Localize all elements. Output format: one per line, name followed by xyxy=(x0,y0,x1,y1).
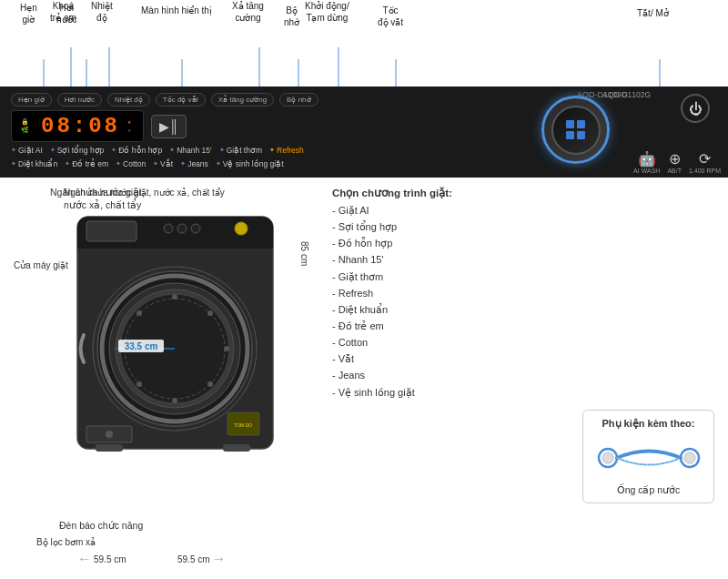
power-button[interactable]: ⏻ xyxy=(681,94,710,123)
prog-item-8: - Cotton xyxy=(332,334,714,350)
label-toc-do-vat: Tốcđộ vắt xyxy=(378,5,403,28)
btn-hoi-nuoc[interactable]: Hơi nước xyxy=(57,93,102,107)
display-icon-leaf: 🌿 xyxy=(21,127,32,134)
dial-dot-4 xyxy=(577,131,585,139)
panel-right xyxy=(541,96,610,164)
prog-diet-khuan[interactable]: ✦Diệt khuẩn xyxy=(11,159,57,168)
svg-point-17 xyxy=(235,222,248,235)
program-list: - Giặt AI - Sợi tổng hợp - Đồ hỗn hợp - … xyxy=(332,202,714,401)
accessory-title: Phụ kiện kèm theo: xyxy=(592,418,704,430)
ai-wash-icon: 🤖 xyxy=(638,150,656,168)
prog-giat-ai[interactable]: ✦Giặt AI xyxy=(11,146,43,155)
label-man-hinh: Màn hình hiển thị xyxy=(141,5,212,16)
svg-point-29 xyxy=(136,310,142,316)
dial-inner xyxy=(551,106,601,155)
btn-bo-nho[interactable]: Bộ nhớ xyxy=(279,93,318,107)
prog-soi-tong-hop[interactable]: ✦Sợi tổng hợp xyxy=(50,146,105,155)
dim-width2: 59.5 cm → xyxy=(177,551,227,567)
label-xa-tang-cuong: Xả tăngcường xyxy=(232,0,264,24)
rpm-label: 1.400 RPM xyxy=(689,168,721,174)
ai-wash-icon-group: 🤖 AI WASH xyxy=(633,150,660,174)
svg-text:33.5 cm: 33.5 cm xyxy=(125,341,158,351)
hose-svg xyxy=(594,435,703,481)
dim-width1: ← 59.5 cm xyxy=(77,551,126,567)
label-hen-gio: Hẹngiờ xyxy=(20,2,37,25)
svg-point-25 xyxy=(172,294,177,300)
svg-point-16 xyxy=(191,224,200,233)
svg-point-30 xyxy=(207,310,213,316)
display-screen: 🔒 🌿 08:08 ★ ★ xyxy=(11,110,144,142)
dim-height: 85 cm xyxy=(299,241,309,266)
prog-cotton[interactable]: ✦Cotton xyxy=(116,159,146,168)
label-tat-mo: Tắt/ Mở xyxy=(637,7,669,19)
machine-diagram: Ngăn chứa nước giặt, nước xả, chất tẩy C… xyxy=(14,187,314,574)
btn-nhiet-do[interactable]: Nhiệt độ xyxy=(107,93,150,107)
prog-item-11: - Vệ sinh lồng giặt xyxy=(332,384,714,401)
prog-item-10: - Jeans xyxy=(332,367,714,383)
ai-wash-label: AI WASH xyxy=(633,168,660,174)
dial-dot-3 xyxy=(566,131,574,139)
svg-point-26 xyxy=(172,398,177,403)
prog-nhanh-15[interactable]: ✦Nhanh 15' xyxy=(169,146,212,155)
dial-grid xyxy=(566,120,585,139)
display-star-1: ★ xyxy=(127,118,134,126)
label-den-bao-chuc-nang: Đèn báo chức năng xyxy=(59,520,143,531)
prog-refresh[interactable]: ✦Refresh xyxy=(269,146,304,155)
label-khoa-tre-em: Khoátrẻ em xyxy=(50,0,76,24)
program-dial[interactable] xyxy=(541,96,610,164)
dial-dot-1 xyxy=(566,120,574,128)
prog-ve-sinh[interactable]: ✦Vệ sinh lồng giặt xyxy=(216,159,284,168)
label-bo-nho: Bộnhớ xyxy=(284,5,299,28)
prog-item-6: - Diệt khuẩn xyxy=(332,301,714,318)
svg-point-45 xyxy=(684,452,695,463)
btn-hen-gio[interactable]: Hẹn giờ xyxy=(11,93,52,107)
label-den-bao: Ngăn chứa nước giặt, xyxy=(50,187,145,198)
drum-icon: ⟳ xyxy=(699,150,711,168)
prog-item-5: - Refresh xyxy=(332,285,714,301)
prog-jeans[interactable]: ✦Jeans xyxy=(180,159,208,168)
prog-do-hon-hop[interactable]: ✦Đồ hỗn hợp xyxy=(111,146,162,155)
svg-point-43 xyxy=(602,452,613,463)
label-nhiet-do: Nhiệtđộ xyxy=(91,0,113,24)
btn-xa-tang-cuong[interactable]: Xả tăng cường xyxy=(211,93,274,107)
info-panel: Chọn chương trình giặt: - Giặt AI - Sợi … xyxy=(318,187,714,574)
abt-label: AB/T xyxy=(667,168,682,174)
prog-item-9: - Vắt xyxy=(332,350,714,367)
power-and-icons: ⏻ xyxy=(681,94,710,123)
prog-item-4: - Giặt thơm xyxy=(332,269,714,285)
btn-toc-do-vat[interactable]: Tốc độ vắt xyxy=(156,93,206,107)
svg-point-15 xyxy=(177,224,187,233)
dial-dot-2 xyxy=(577,120,585,128)
prog-item-3: - Nhanh 15' xyxy=(332,251,714,268)
bottom-right-icons: 🤖 AI WASH ⊕ AB/T ⟳ 1.400 RPM xyxy=(633,150,721,174)
plus-icon: ⊕ xyxy=(669,150,681,168)
prog-giat-thom[interactable]: ✦Giặt thơm xyxy=(219,146,262,155)
prog-do-tre-em[interactable]: ✦Đồ trẻ em xyxy=(65,159,108,168)
prog-item-2: - Đồ hỗn hợp xyxy=(332,235,714,251)
abt-icon-group: ⊕ AB/T xyxy=(667,150,682,174)
svg-rect-33 xyxy=(96,444,123,452)
prog-item-0: - Giặt AI xyxy=(332,202,714,218)
label-bo-loc: Bộ lọc bơm xả xyxy=(36,537,96,547)
prog-item-1: - Sợi tổng hợp xyxy=(332,218,714,235)
control-panel: AQD-D1102G Hẹn giờ Hơi nước Nhiệt độ Tốc… xyxy=(0,86,728,178)
svg-rect-13 xyxy=(86,221,136,241)
svg-point-36 xyxy=(106,431,113,438)
prog-item-7: - Đồ trẻ em xyxy=(332,318,714,334)
label-khoi-dong: Khởi động/Tạm dừng xyxy=(305,0,349,24)
svg-point-14 xyxy=(164,224,173,233)
display-star-2: ★ xyxy=(127,127,134,134)
display-icon-lock: 🔒 xyxy=(21,118,32,126)
accessory-box: Phụ kiện kèm theo: Ống cấp nước xyxy=(582,410,714,503)
annotations-row: Hẹngiờ Hơinước Khoátrẻ em Nhiệtđộ Màn hì… xyxy=(0,0,728,86)
page-wrapper: Hẹngiờ Hơinước Khoátrẻ em Nhiệtđộ Màn hì… xyxy=(0,0,728,579)
svg-point-31 xyxy=(136,381,142,387)
play-pause-button[interactable]: ▶║ xyxy=(151,115,187,138)
accessory-label: Ống cấp nước xyxy=(592,484,704,495)
bottom-content: Ngăn chứa nước giặt, nước xả, chất tẩy C… xyxy=(0,178,728,579)
prog-vat[interactable]: ✦Vắt xyxy=(153,159,173,168)
display-time: 08:08 xyxy=(41,114,120,138)
model-number: AQD-D1102G xyxy=(602,90,651,99)
svg-point-28 xyxy=(224,346,229,351)
label-den-bao-2: nước xả, chất tẩy xyxy=(64,199,141,210)
